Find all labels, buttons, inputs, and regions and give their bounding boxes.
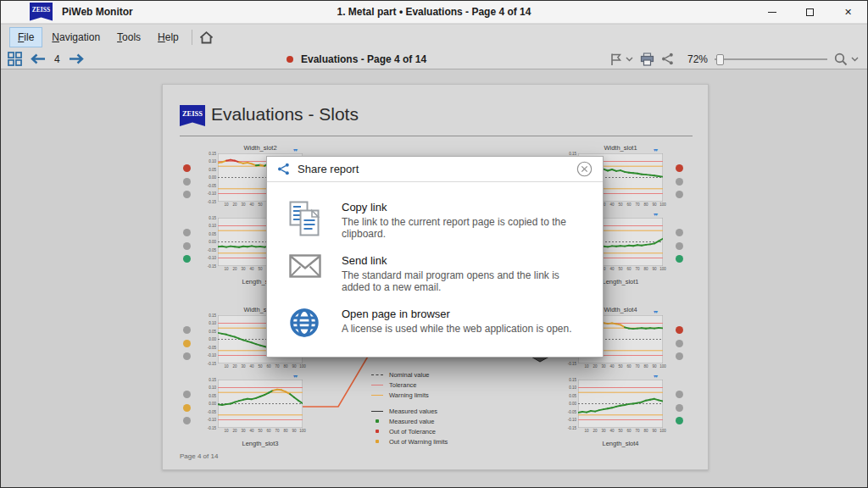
dialog-header: Share report — [267, 157, 603, 182]
y-tick: 0.15 — [564, 152, 576, 156]
x-tick: 50 — [256, 267, 264, 271]
x-tick: 100 — [659, 429, 667, 433]
flag-dropdown-icon[interactable] — [626, 57, 633, 62]
x-tick: 80 — [281, 429, 290, 433]
status-dot-red — [676, 326, 683, 334]
close-circle-icon — [576, 161, 593, 177]
dialog-close-button[interactable] — [576, 161, 593, 178]
page-footer: Page 4 of 14 — [180, 452, 218, 460]
x-tick: 10 — [582, 364, 591, 369]
x-tick: 70 — [633, 267, 642, 271]
share-option-open-page-in-browser[interactable]: Open page in browserA license is used wh… — [267, 301, 603, 346]
out-of-limit-marker-icon: ▾▾ — [293, 147, 297, 152]
x-tick: 30 — [599, 364, 608, 369]
x-tick: 90 — [290, 429, 298, 433]
home-icon[interactable] — [199, 30, 214, 44]
status-dot-gray — [676, 352, 683, 360]
x-tick: 60 — [625, 267, 633, 271]
toolbar: 4 Evaluations - Page 4 of 14 — [1, 49, 867, 69]
svg-text:ZEISS: ZEISS — [32, 6, 50, 14]
share-option-title: Open page in browser — [342, 308, 572, 320]
status-dot-gray — [183, 352, 191, 360]
y-tick: 0.05 — [564, 394, 576, 398]
y-tick: -0.05 — [203, 346, 216, 350]
minimize-icon — [768, 12, 776, 13]
x-tick: 90 — [650, 267, 659, 271]
x-tick: 20 — [231, 364, 239, 369]
x-tick: 70 — [633, 202, 642, 207]
share-option-title: Send link — [342, 254, 587, 267]
toolbar-tools: 72% — [609, 49, 859, 69]
x-tick: 40 — [608, 429, 616, 433]
share-option-description: The standard mail program opens and the … — [342, 269, 587, 293]
out-of-limit-marker-icon: ▾▾ — [654, 308, 657, 314]
status-dot — [287, 56, 293, 63]
menu-help[interactable]: Help — [150, 28, 186, 47]
x-tick: 80 — [642, 267, 650, 271]
x-tick: 30 — [239, 364, 248, 369]
status-dot-gray — [183, 326, 191, 334]
chart-Length_slot3 — [218, 380, 303, 428]
status-dot-green — [676, 417, 683, 424]
previous-page-icon[interactable] — [31, 53, 46, 64]
flag-icon[interactable] — [609, 53, 622, 66]
share-option-description: A license is used while the web applicat… — [342, 323, 572, 335]
x-tick: 50 — [256, 202, 264, 207]
zoom-slider-track[interactable] — [715, 58, 827, 60]
print-icon[interactable] — [640, 53, 654, 66]
share-option-title: Copy link — [342, 201, 587, 214]
globe-icon — [289, 308, 342, 338]
status-dot-gray — [676, 391, 683, 398]
y-tick: 0.10 — [203, 224, 216, 228]
maximize-button[interactable] — [791, 1, 829, 24]
x-tick: 20 — [231, 267, 239, 271]
close-button[interactable]: ✕ — [829, 1, 867, 24]
y-tick: -0.15 — [203, 426, 216, 430]
magnifier-dropdown-icon[interactable] — [851, 57, 859, 62]
y-tick: -0.10 — [203, 353, 216, 358]
y-tick: -0.10 — [203, 418, 216, 422]
y-tick: 0.10 — [203, 321, 216, 325]
y-tick: 0.15 — [203, 378, 216, 382]
x-tick: 50 — [616, 364, 625, 369]
page-overview-icon[interactable] — [8, 52, 22, 66]
x-tick: 50 — [616, 429, 625, 433]
menubar: FileNavigationToolsHelp — [1, 25, 867, 49]
x-tick: 50 — [616, 267, 625, 271]
legend-item: Measured values — [370, 406, 515, 416]
status-dot-gray — [183, 417, 191, 424]
minimize-button[interactable] — [753, 1, 791, 24]
menu-file[interactable]: File — [9, 27, 42, 47]
y-tick: -0.15 — [564, 426, 576, 430]
share-icon[interactable] — [661, 53, 674, 65]
status-dot-orange — [183, 340, 191, 347]
zoom-slider[interactable] — [715, 53, 827, 65]
x-tick: 60 — [625, 202, 633, 207]
status-dot-orange — [183, 404, 191, 412]
magnifier-icon[interactable] — [834, 53, 848, 66]
x-tick: 10 — [582, 429, 591, 433]
chart-label: Length_slot4 — [578, 440, 663, 449]
x-tick: 50 — [256, 429, 264, 433]
x-tick: 80 — [281, 364, 290, 369]
menu-navigation[interactable]: Navigation — [44, 28, 108, 47]
next-page-icon[interactable] — [69, 53, 84, 64]
share-option-copy-link[interactable]: Copy linkThe link to the current report … — [267, 194, 603, 247]
status-dot-gray — [676, 178, 683, 186]
menu-tools[interactable]: Tools — [109, 28, 148, 47]
legend-item: Nominal value — [370, 369, 515, 380]
status-dot-gray — [676, 229, 683, 236]
y-tick: -0.15 — [564, 362, 576, 366]
share-option-send-link[interactable]: Send linkThe standard mail program opens… — [267, 247, 603, 301]
zoom-slider-handle[interactable] — [716, 54, 724, 65]
x-tick: 90 — [290, 364, 298, 369]
x-tick: 20 — [591, 364, 599, 369]
y-tick: 0.05 — [203, 330, 216, 334]
x-tick: 30 — [239, 267, 248, 271]
title-rule — [180, 136, 693, 136]
close-icon: ✕ — [844, 8, 852, 17]
status-dot-gray — [183, 191, 191, 198]
report-title: Evaluations - Slots — [211, 104, 359, 125]
out-of-limit-marker-icon: ▾▾ — [654, 147, 657, 152]
x-tick: 70 — [273, 364, 281, 369]
